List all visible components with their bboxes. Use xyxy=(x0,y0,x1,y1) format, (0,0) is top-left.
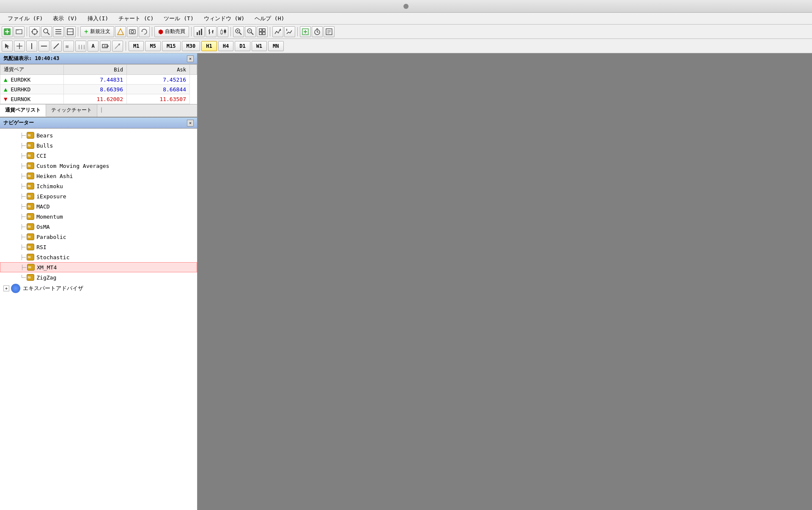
auto-trade-button[interactable]: ⬢ 自動売買 xyxy=(154,26,189,37)
label-button[interactable]: Ab xyxy=(100,41,111,52)
nav-indicator-cci[interactable]: ├─ CCI xyxy=(0,151,197,161)
nav-indicator-parabolic[interactable]: ├─ Parabolic xyxy=(0,232,197,242)
indicator-btn2[interactable] xyxy=(284,26,295,37)
new-chart-button[interactable] xyxy=(2,26,13,37)
menu-window[interactable]: ウィンドウ (W) xyxy=(200,14,249,23)
trendline-button[interactable] xyxy=(51,41,62,52)
tree-prefix: ├─ xyxy=(20,204,26,209)
nav-ea-section[interactable]: + エキスパートアドバイザ xyxy=(0,282,197,294)
tf-m30[interactable]: M30 xyxy=(182,41,200,51)
indicator-btn1[interactable] xyxy=(272,26,283,37)
tree-prefix: ├─ xyxy=(20,244,26,250)
tf-d1[interactable]: D1 xyxy=(235,41,250,51)
nav-indicator-macd[interactable]: ├─ MACD xyxy=(0,201,197,211)
chart-area[interactable] xyxy=(198,53,812,510)
timer-button[interactable] xyxy=(312,26,323,37)
open-button[interactable] xyxy=(14,26,25,37)
svg-point-19 xyxy=(131,30,134,33)
chart-type-button[interactable] xyxy=(194,26,205,37)
add-chart-button[interactable] xyxy=(300,26,311,37)
nav-indicator-cma[interactable]: ├─ Custom Moving Averages xyxy=(0,161,197,171)
tf-mn[interactable]: MN xyxy=(268,41,283,51)
indicator-label-macd: MACD xyxy=(36,203,49,210)
indicator-icon xyxy=(27,233,34,240)
select-tool-button[interactable] xyxy=(2,41,13,52)
crosshair-draw-button[interactable] xyxy=(14,41,25,52)
tf-m15[interactable]: M15 xyxy=(162,41,181,51)
nav-indicator-zigzag[interactable]: └─ ZigZag xyxy=(0,272,197,282)
new-order-button[interactable]: + 新規注文 xyxy=(80,26,114,37)
period-separator-button[interactable]: ||| xyxy=(75,41,86,52)
tile-button[interactable] xyxy=(257,26,268,37)
vertical-line-button[interactable] xyxy=(26,41,37,52)
tree-prefix: ├─ xyxy=(20,163,26,169)
pair-eurhkd: ▲ EURHKD xyxy=(0,85,64,94)
arrow-up-icon: ▲ xyxy=(4,86,7,93)
fib-button[interactable]: ≋ xyxy=(63,41,74,52)
tab-currency-list[interactable]: 通貨ペアリスト xyxy=(0,104,46,117)
nav-indicator-momentum[interactable]: ├─ Momentum xyxy=(0,211,197,222)
arrow-button[interactable] xyxy=(112,41,123,52)
tf-m5[interactable]: M5 xyxy=(145,41,160,51)
screenshot-button[interactable] xyxy=(127,26,138,37)
chart-object-button[interactable] xyxy=(115,26,126,37)
tree-prefix: ├─ xyxy=(21,265,26,270)
navigator-close[interactable]: ✕ xyxy=(187,120,194,126)
tab-tick-chart[interactable]: ティックチャート xyxy=(46,104,97,117)
expand-ea-icon[interactable]: + xyxy=(3,285,9,291)
indicator-icon xyxy=(27,173,34,179)
table-row[interactable]: ▲ EURDKK 7.44831 7.45216 xyxy=(0,75,197,85)
text-button[interactable]: A xyxy=(88,41,99,52)
zoom-button[interactable] xyxy=(41,26,52,37)
tree-prefix: ├─ xyxy=(20,255,26,260)
tf-m1[interactable]: M1 xyxy=(129,41,144,51)
nav-indicator-ichimoku[interactable]: ├─ Ichimoku xyxy=(0,181,197,191)
indicator-label-stochastic: Stochastic xyxy=(36,254,69,260)
refresh-button[interactable] xyxy=(139,26,150,37)
menu-chart[interactable]: チャート (C) xyxy=(114,14,158,23)
indicator-icon xyxy=(27,142,34,149)
table-row[interactable]: ▼ EURNOK 11.62002 11.63507 xyxy=(0,94,197,104)
tree-prefix: ├─ xyxy=(20,133,26,138)
properties-button[interactable] xyxy=(53,26,64,37)
market-watch-close[interactable]: ✕ xyxy=(187,55,194,62)
bar-chart-button[interactable] xyxy=(206,26,217,37)
crosshair-button[interactable] xyxy=(29,26,40,37)
indicator-label-xmmt4: XM_MT4 xyxy=(37,264,57,271)
nav-indicator-bulls[interactable]: ├─ Bulls xyxy=(0,140,197,151)
menu-file[interactable]: ファイル (F) xyxy=(3,14,47,23)
col-header-bid: Bid xyxy=(64,65,127,75)
table-row[interactable]: ▲ EURHKD 8.66396 8.66844 xyxy=(0,85,197,94)
tf-w1[interactable]: W1 xyxy=(252,41,267,51)
zoom-out-button[interactable] xyxy=(245,26,256,37)
indicator-icon xyxy=(27,274,34,281)
nav-indicator-heiken[interactable]: ├─ Heiken Ashi xyxy=(0,171,197,181)
tree-prefix: ├─ xyxy=(20,214,26,219)
horizontal-line-button[interactable] xyxy=(38,41,49,52)
nav-indicator-xmmt4[interactable]: ├─ XM_MT4 xyxy=(0,262,197,272)
menu-view[interactable]: 表示 (V) xyxy=(49,14,81,23)
nav-indicator-bears[interactable]: ├─ Bears xyxy=(0,130,197,140)
svg-marker-60 xyxy=(5,44,9,49)
indicator-icon xyxy=(27,213,34,220)
template-button[interactable] xyxy=(324,26,335,37)
indicator-label-osma: OsMA xyxy=(36,224,49,230)
indicator-list-button[interactable] xyxy=(65,26,76,37)
col-header-scroll xyxy=(190,65,197,75)
tf-h4[interactable]: H4 xyxy=(218,41,233,51)
nav-indicator-stochastic[interactable]: ├─ Stochastic xyxy=(0,252,197,262)
tf-h1[interactable]: H1 xyxy=(201,41,217,51)
indicator-icon xyxy=(27,254,34,260)
menu-tools[interactable]: ツール (T) xyxy=(159,14,198,23)
candle-chart-button[interactable] xyxy=(217,26,228,37)
indicator-label-rsi: RSI xyxy=(36,244,46,250)
left-panel: 気配値表示: 10:40:43 ✕ 通貨ペア Bid Ask ▲ EURDKK xyxy=(0,53,198,510)
nav-indicator-iexposure[interactable]: ├─ iExposure xyxy=(0,191,197,201)
nav-indicator-rsi[interactable]: ├─ RSI xyxy=(0,242,197,252)
zoom-in-button[interactable] xyxy=(233,26,244,37)
menu-insert[interactable]: 挿入(I) xyxy=(83,14,112,23)
svg-marker-70 xyxy=(107,45,109,47)
nav-indicator-osma[interactable]: ├─ OsMA xyxy=(0,222,197,232)
menu-help[interactable]: ヘルプ (H) xyxy=(250,14,288,23)
new-order-icon: + xyxy=(84,27,88,36)
